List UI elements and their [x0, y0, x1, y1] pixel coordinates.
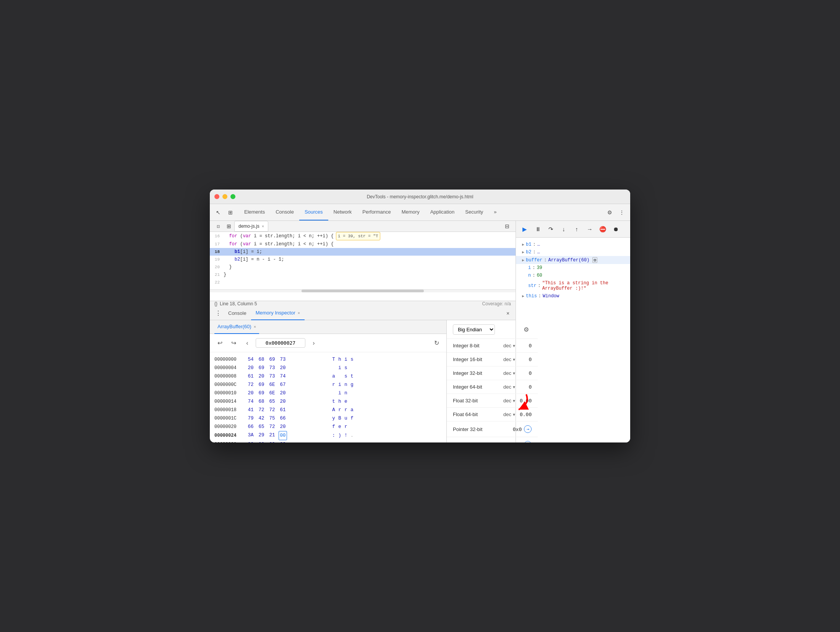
status-position: Line 18, Column 5 [220, 301, 257, 306]
vi-value-int16: 0 [529, 357, 532, 362]
bottom-panel-close-btn[interactable]: × [503, 309, 512, 318]
hex-row: 00000000 54 68 69 73 T h i [214, 355, 442, 364]
step-out-btn[interactable]: ↑ [571, 224, 582, 235]
resume-btn[interactable]: ▶ [519, 224, 530, 235]
scope-item-str: str : "This is a string in the ArrayBuff… [516, 279, 630, 292]
source-panel-toggle[interactable]: ⊞ [224, 221, 234, 232]
source-file-name: demo-js.js [238, 224, 259, 229]
vi-format-int32: dec ▾ [503, 370, 515, 376]
hex-table[interactable]: 00000000 54 68 69 73 T h i [210, 352, 446, 442]
source-format-btn[interactable]: ⊟ [502, 221, 512, 232]
vi-row-ptr64: Pointer 64-bit 0x0 → [447, 437, 538, 442]
step-over-btn[interactable]: ↷ [545, 224, 556, 235]
source-tab-bar: ⊡ ⊞ demo-js.js × ⊟ [210, 221, 516, 232]
hex-address-input[interactable] [256, 338, 305, 348]
scope-item-this[interactable]: ▶ this : Window [516, 292, 630, 300]
scope-item-buffer[interactable]: ▶ buffer : ArrayBuffer(60) ⊡ [516, 256, 630, 264]
endian-select[interactable]: Big Endian Little Endian [453, 324, 495, 335]
devtools-right-actions: ⚙ ⋮ [604, 207, 627, 218]
vi-value-ptr32: 0x0 → [513, 425, 532, 433]
nav-history-forward[interactable]: ↪ [228, 338, 239, 348]
more-icon-btn[interactable]: ⋮ [616, 207, 627, 218]
status-bar: {} Line 18, Column 5 Coverage: n/a [210, 301, 516, 306]
source-tab-right: ⊟ [502, 221, 512, 232]
hex-row: 00000010 20 69 6E 20 i n [214, 389, 442, 397]
vi-format-float64: dec ▾ [503, 412, 515, 417]
tab-sources[interactable]: Sources [299, 204, 328, 220]
tab-more[interactable]: » [488, 204, 502, 220]
vi-dropdown-int32[interactable]: ▾ [513, 371, 515, 376]
pause-btn[interactable]: ⏸ [532, 224, 543, 235]
memory-inspector-tab-close[interactable]: × [298, 311, 300, 315]
hex-viewer: ArrayBuffer(60) × ↩ ↪ ‹ › ↻ [210, 320, 447, 442]
maximize-button[interactable] [230, 194, 235, 199]
scope-expand-buffer: ▶ [522, 258, 524, 263]
nav-prev-page[interactable]: ‹ [242, 338, 253, 348]
nav-next-page[interactable]: › [308, 338, 319, 348]
vi-label-int16: Integer 16-bit [453, 357, 499, 362]
step-into-btn[interactable]: ↓ [558, 224, 569, 235]
buffer-tab-close[interactable]: × [254, 324, 256, 329]
tab-network[interactable]: Network [328, 204, 357, 220]
vi-label-int8: Integer 8-bit [453, 343, 499, 348]
vi-settings-btn[interactable]: ⚙ [521, 324, 532, 335]
settings-icon-btn[interactable]: ⚙ [604, 207, 615, 218]
vi-format-int64: dec ▾ [503, 384, 515, 390]
source-back-btn[interactable]: ⊡ [213, 221, 224, 232]
vi-value-float64: 0.00 [520, 412, 532, 417]
curly-braces-icon: {} [214, 301, 217, 306]
memory-inspector: ArrayBuffer(60) × ↩ ↪ ‹ › ↻ [210, 320, 516, 442]
main-content: ⊡ ⊞ demo-js.js × ⊟ 16 for (var i = str.l… [210, 221, 630, 442]
bottom-tabs-bar: ⋮ Console Memory Inspector × × [210, 306, 516, 320]
vi-dropdown-int8[interactable]: ▾ [513, 343, 515, 348]
vi-dropdown-int16[interactable]: ▾ [513, 357, 515, 362]
hex-row: 00000014 74 68 65 20 t h e [214, 397, 442, 406]
vi-value-int32: 0 [529, 370, 532, 376]
status-left: {} Line 18, Column 5 [214, 301, 257, 306]
close-button[interactable] [214, 194, 219, 199]
record-btn[interactable]: ⏺ [610, 224, 621, 235]
tab-security[interactable]: Security [460, 204, 488, 220]
tab-console-bottom[interactable]: Console [224, 306, 251, 320]
vi-format-float32: dec ▾ [503, 398, 515, 404]
scope-item-b2[interactable]: ▶ b2 : … [516, 248, 630, 256]
deactivate-btn[interactable]: ⛔ [597, 224, 608, 235]
pointer-32-follow-btn[interactable]: → [524, 425, 532, 433]
vi-row-int64: Integer 64-bit dec ▾ 0 [447, 380, 538, 394]
hex-row: 00000008 61 20 73 74 a s [214, 372, 442, 381]
tab-memory[interactable]: Memory [396, 204, 425, 220]
code-line-16: 16 for (var i = str.length; i < n; ++i) … [210, 232, 516, 240]
title-bar: DevTools - memory-inspector.glitch.me/de… [210, 190, 630, 204]
vi-label-ptr32: Pointer 32-bit [453, 426, 499, 432]
tab-elements[interactable]: Elements [239, 204, 270, 220]
tab-performance[interactable]: Performance [357, 204, 396, 220]
buffer-tab-item[interactable]: ArrayBuffer(60) × [214, 320, 259, 334]
vi-value-int64: 0 [529, 384, 532, 390]
scope-item-b1[interactable]: ▶ b1 : … [516, 241, 630, 248]
bottom-panel-menu-btn[interactable]: ⋮ [213, 308, 224, 319]
array-buffer-icon[interactable]: ⊡ [592, 257, 597, 263]
tab-memory-inspector[interactable]: Memory Inspector × [251, 306, 305, 320]
tab-console[interactable]: Console [270, 204, 299, 220]
source-file-tab[interactable]: demo-js.js × [234, 221, 268, 232]
vi-row-int32: Integer 32-bit dec ▾ 0 [447, 366, 538, 380]
nav-history-back[interactable]: ↩ [214, 338, 225, 348]
hex-row: 0000001C 79 42 75 66 y B u [214, 414, 442, 423]
pointer-64-follow-btn[interactable]: → [524, 441, 532, 442]
layers-icon-btn[interactable]: ⊞ [225, 207, 236, 218]
hex-refresh-btn[interactable]: ↻ [431, 338, 442, 348]
devtools-top-bar: ↖ ⊞ Elements Console Sources Network Per… [210, 204, 630, 221]
vi-dropdown-int64[interactable]: ▾ [513, 384, 515, 390]
code-line-20: 20 } [210, 263, 516, 271]
vi-label-float32: Float 32-bit [453, 398, 499, 404]
cursor-icon-btn[interactable]: ↖ [213, 207, 224, 218]
vi-row-int16: Integer 16-bit dec ▾ 0 [447, 353, 538, 366]
step-btn[interactable]: → [584, 224, 595, 235]
scope-expand-this: ▶ [522, 294, 524, 298]
vi-dropdown-float64[interactable]: ▾ [513, 412, 515, 417]
scroll-thumb[interactable] [302, 290, 424, 292]
minimize-button[interactable] [222, 194, 227, 199]
tab-application[interactable]: Application [425, 204, 460, 220]
vi-dropdown-float32[interactable]: ▾ [513, 398, 515, 404]
source-tab-close[interactable]: × [262, 224, 264, 228]
